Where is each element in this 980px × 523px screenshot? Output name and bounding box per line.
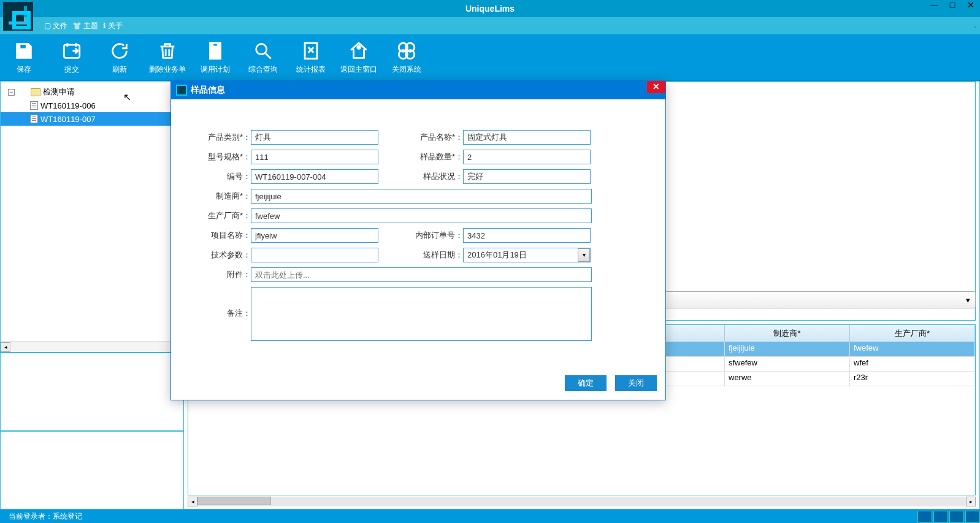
menu-bar: ▢文件 👕主题 ℹ关于 ˆ [0,17,980,34]
report-icon [300,40,322,62]
date-input[interactable] [463,248,591,262]
label-status: 样品状况： [414,171,463,182]
ok-button[interactable]: 确定 [565,375,607,391]
left-panel-box-2 [1,430,183,509]
dialog-logo-icon [176,85,187,96]
status-bar: 当前登录者：系统登记 [0,510,980,523]
label-prod: 生产厂商*： [202,210,251,221]
save-button[interactable]: 保存 [0,34,48,80]
document-icon [30,115,38,123]
close-icon [396,40,418,62]
home-button[interactable]: 返回主窗口 [335,34,383,80]
label-proj: 项目名称： [202,230,251,241]
status-indicator [933,511,948,523]
query-button[interactable]: 综合查询 [239,34,287,80]
title-bar: UniqueLims — □ ✕ [0,0,980,17]
tech-input[interactable] [251,248,378,262]
label-category: 产品类别*： [202,132,251,143]
status-input[interactable] [463,169,591,184]
label-tech: 技术参数： [202,250,251,261]
project-input[interactable] [251,228,378,243]
attachment-input[interactable] [251,267,592,282]
minimize-button[interactable]: — [925,0,943,12]
tree-item-1[interactable]: WT160119-007 [1,112,183,126]
tree-root-node[interactable]: − 检测申请 [1,85,183,99]
dialog-close-button[interactable]: ✕ [647,81,665,93]
left-h-scrollbar[interactable]: ◂ ▸ [1,341,183,352]
label-model: 型号规格*： [202,151,251,162]
category-input[interactable] [251,130,378,145]
scroll-track[interactable] [11,342,173,352]
model-input[interactable] [251,150,378,164]
product-name-input[interactable] [463,130,591,145]
date-picker-button[interactable]: ▾ [578,248,590,262]
menu-about[interactable]: ℹ关于 [103,21,123,31]
refresh-button[interactable]: 刷新 [96,34,144,80]
label-name: 产品名称*： [414,132,463,143]
status-indicators [917,511,980,523]
status-indicator [965,511,980,523]
scroll-right-button[interactable]: ▸ [966,497,976,506]
document-icon [30,101,38,110]
close-system-button[interactable]: 关闭系统 [383,34,431,80]
dialog-title: 样品信息 [191,85,225,96]
maximize-button[interactable]: □ [943,0,962,12]
menu-file[interactable]: ▢文件 [44,21,67,31]
scroll-left-button[interactable]: ◂ [188,497,197,506]
sample-info-dialog: 样品信息 ✕ 产品类别*： 产品名称*： 型号规格*： 样品数量*： 编号： 样… [170,80,666,400]
label-attach: 附件： [202,269,251,280]
save-icon [13,40,35,62]
plan-button[interactable]: 调用计划 [191,34,239,80]
home-icon [348,40,370,62]
cancel-button[interactable]: 关闭 [615,375,657,391]
plan-icon [204,40,226,62]
sn-input[interactable] [251,169,378,184]
label-sn: 编号： [202,171,251,182]
col-producer[interactable]: 生产厂商* [850,325,975,342]
manufacturer-input[interactable] [251,189,592,204]
ribbon-collapse-button[interactable]: ˆ [974,26,976,33]
label-order: 内部订单号： [414,230,463,241]
search-icon [252,40,274,62]
submit-button[interactable]: 提交 [48,34,96,80]
label-qty: 样品数量*： [414,151,463,162]
left-panel-box-1 [1,352,183,430]
menu-theme[interactable]: 👕主题 [72,21,98,31]
label-mfr: 制造商*： [202,191,251,202]
col-manufacturer[interactable]: 制造商* [725,325,850,342]
scroll-left-button[interactable]: ◂ [1,342,10,352]
status-indicator [917,511,932,523]
about-icon: ℹ [103,21,106,30]
order-input[interactable] [463,228,591,243]
toolbar: 保存 提交 刷新 删除业务单 调用计划 综合查询 统计报表 返回主窗口 关闭系统 [0,34,980,81]
dialog-title-bar[interactable]: 样品信息 ✕ [171,81,665,99]
chevron-down-icon: ▾ [966,296,970,305]
app-title: UniqueLims [465,4,515,13]
status-indicator [949,511,964,523]
folder-icon [31,88,40,96]
theme-icon: 👕 [72,21,82,30]
delete-button[interactable]: 删除业务单 [144,34,191,80]
report-button[interactable]: 统计报表 [287,34,335,80]
window-controls: — □ ✕ [925,0,980,12]
remark-textarea[interactable] [251,287,592,341]
tree-item-0[interactable]: WT160119-006 [1,99,183,112]
status-text: 当前登录者：系统登记 [9,511,82,522]
app-logo [3,2,40,32]
trash-icon [156,40,178,62]
file-icon: ▢ [44,21,51,30]
refresh-icon [109,40,131,62]
scroll-track[interactable] [197,497,966,506]
label-remark: 备注： [202,287,251,319]
producer-input[interactable] [251,208,592,223]
submit-icon [61,40,83,62]
svg-point-6 [358,46,360,48]
close-window-button[interactable]: ✕ [962,0,980,12]
scroll-thumb[interactable] [197,497,271,505]
right-h-scrollbar[interactable]: ◂ ▸ [188,497,976,508]
tree-collapse-icon[interactable]: − [8,89,15,96]
left-sidebar: − 检测申请 WT160119-006 WT160119-007 ◂ ▸ [0,81,184,510]
qty-input[interactable] [463,150,591,164]
svg-point-4 [256,44,267,55]
tree-view[interactable]: − 检测申请 WT160119-006 WT160119-007 [1,82,183,341]
